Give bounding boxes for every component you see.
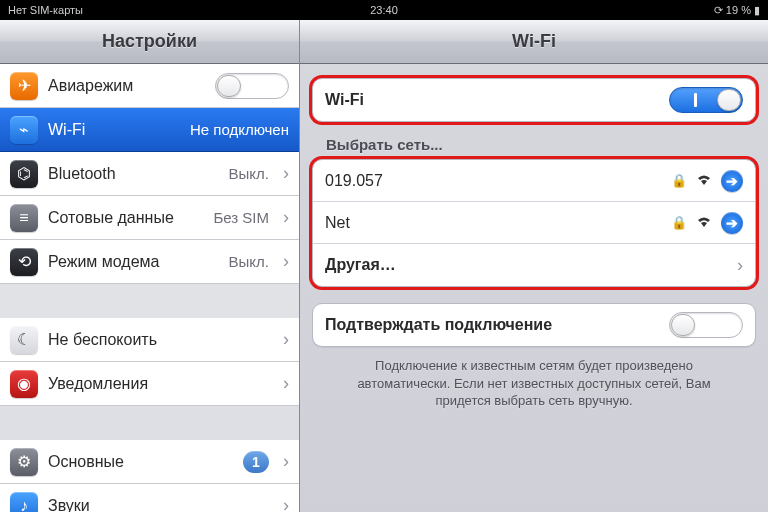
wifi-icon: ⌁ — [10, 116, 38, 144]
wifi-toggle-switch[interactable] — [669, 87, 743, 113]
settings-screen: Нет SIM-карты 23:40 ⟳ 19 % ▮ Настройки ✈… — [0, 0, 768, 512]
gear-icon: ⚙ — [10, 448, 38, 476]
airplane-toggle[interactable] — [215, 73, 289, 99]
sidebar-item-value: Выкл. — [229, 165, 269, 182]
other-network-label: Другая… — [325, 256, 725, 274]
sidebar-item-value: Без SIM — [213, 209, 269, 226]
choose-network-label: Выбрать сеть... — [312, 122, 756, 159]
networks-card: 019.057 🔒 ➔ Net 🔒 ➔ — [312, 159, 756, 287]
sidebar-item-label: Уведомления — [48, 375, 269, 393]
sidebar-item-label: Bluetooth — [48, 165, 219, 183]
other-network-row[interactable]: Другая… › — [313, 244, 755, 286]
ask-to-join-switch[interactable] — [669, 312, 743, 338]
moon-icon: ☾ — [10, 326, 38, 354]
cellular-icon: ≡ — [10, 204, 38, 232]
network-row[interactable]: 019.057 🔒 ➔ — [313, 160, 755, 202]
airplane-icon: ✈ — [10, 72, 38, 100]
split-view: Настройки ✈ Авиарежим ⌁ Wi-Fi Не подключ… — [0, 20, 768, 512]
chevron-right-icon: › — [279, 163, 289, 184]
sidebar-item-wifi[interactable]: ⌁ Wi-Fi Не подключен — [0, 108, 299, 152]
network-detail-button[interactable]: ➔ — [721, 170, 743, 192]
sidebar-item-notifications[interactable]: ◉ Уведомления › — [0, 362, 299, 406]
lock-icon: 🔒 — [671, 215, 687, 230]
wifi-toggle-label: Wi-Fi — [325, 91, 661, 109]
sidebar-item-label: Не беспокоить — [48, 331, 269, 349]
sidebar-separator — [0, 406, 299, 440]
sidebar-item-label: Основные — [48, 453, 233, 471]
wifi-toggle-row[interactable]: Wi-Fi — [313, 79, 755, 121]
ask-to-join-help: Подключение к известным сетям будет прои… — [312, 347, 756, 420]
sidebar-item-hotspot[interactable]: ⟲ Режим модема Выкл. › — [0, 240, 299, 284]
bluetooth-icon: ⌬ — [10, 160, 38, 188]
wifi-toggle-card: Wi-Fi — [312, 78, 756, 122]
hotspot-icon: ⟲ — [10, 248, 38, 276]
network-detail-button[interactable]: ➔ — [721, 212, 743, 234]
sidebar-item-sounds[interactable]: ♪ Звуки › — [0, 484, 299, 512]
chevron-right-icon: › — [733, 255, 743, 276]
notifications-icon: ◉ — [10, 370, 38, 398]
sidebar-item-bluetooth[interactable]: ⌬ Bluetooth Выкл. › — [0, 152, 299, 196]
carrier-text: Нет SIM-карты — [8, 4, 83, 16]
sidebar-item-value: Выкл. — [229, 253, 269, 270]
network-ssid: 019.057 — [325, 172, 663, 190]
ask-to-join-card: Подтверждать подключение — [312, 303, 756, 347]
sidebar-item-label: Звуки — [48, 497, 269, 513]
status-bar: Нет SIM-карты 23:40 ⟳ 19 % ▮ — [0, 0, 768, 20]
sidebar-item-label: Режим модема — [48, 253, 219, 271]
sidebar-item-value: Не подключен — [190, 121, 289, 138]
lock-icon: 🔒 — [671, 173, 687, 188]
sidebar-item-label: Wi-Fi — [48, 121, 180, 139]
network-row[interactable]: Net 🔒 ➔ — [313, 202, 755, 244]
badge-count: 1 — [243, 451, 269, 473]
detail-navbar: Wi-Fi — [300, 20, 768, 64]
chevron-right-icon: › — [279, 451, 289, 472]
network-ssid: Net — [325, 214, 663, 232]
sidebar-item-airplane[interactable]: ✈ Авиарежим — [0, 64, 299, 108]
wifi-signal-icon — [695, 172, 713, 189]
chevron-right-icon: › — [279, 251, 289, 272]
clock: 23:40 — [370, 4, 398, 16]
sidebar-item-dnd[interactable]: ☾ Не беспокоить › — [0, 318, 299, 362]
chevron-right-icon: › — [279, 373, 289, 394]
detail-content[interactable]: Wi-Fi Выбрать сеть... 019.057 🔒 ➔ — [300, 64, 768, 512]
sidebar-item-label: Авиарежим — [48, 77, 205, 95]
sidebar-list[interactable]: ✈ Авиарежим ⌁ Wi-Fi Не подключен ⌬ Bluet… — [0, 64, 299, 512]
battery-text: ⟳ 19 % ▮ — [714, 4, 760, 17]
ask-to-join-row[interactable]: Подтверждать подключение — [313, 304, 755, 346]
sidebar-navbar: Настройки — [0, 20, 299, 64]
sidebar-item-label: Сотовые данные — [48, 209, 203, 227]
chevron-right-icon: › — [279, 329, 289, 350]
wifi-signal-icon — [695, 214, 713, 231]
detail-title: Wi-Fi — [512, 31, 556, 52]
wifi-detail-pane: Wi-Fi Wi-Fi Выбрать сеть... 019.057 🔒 — [300, 20, 768, 512]
settings-sidebar: Настройки ✈ Авиарежим ⌁ Wi-Fi Не подключ… — [0, 20, 300, 512]
chevron-right-icon: › — [279, 207, 289, 228]
sidebar-title: Настройки — [102, 31, 197, 52]
speaker-icon: ♪ — [10, 492, 38, 513]
sidebar-item-general[interactable]: ⚙ Основные 1 › — [0, 440, 299, 484]
chevron-right-icon: › — [279, 495, 289, 512]
ask-to-join-label: Подтверждать подключение — [325, 316, 661, 334]
sidebar-item-cellular[interactable]: ≡ Сотовые данные Без SIM › — [0, 196, 299, 240]
sidebar-separator — [0, 284, 299, 318]
